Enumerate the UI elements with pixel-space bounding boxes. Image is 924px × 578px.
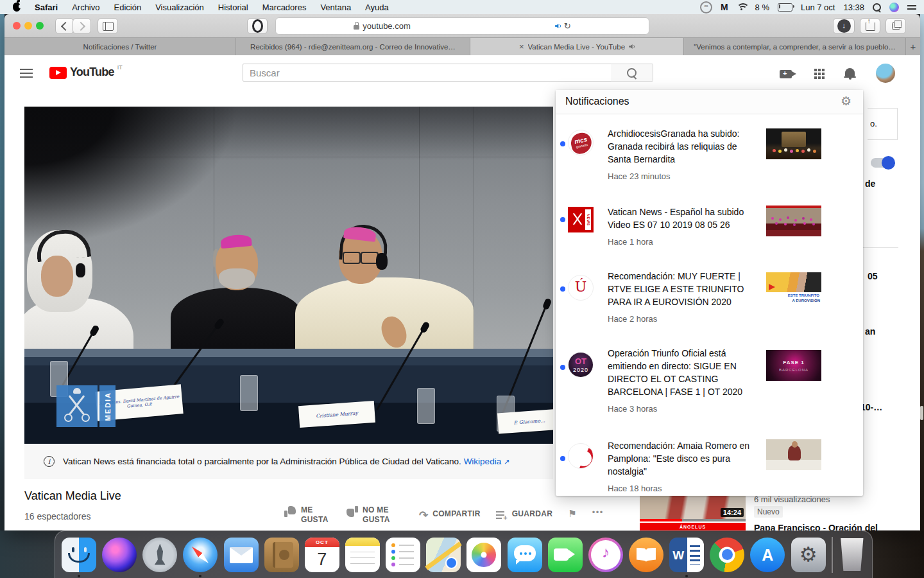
dock-appstore-icon[interactable]: A [750,538,785,572]
upnext-thumbnail-2[interactable]: ÁNGELUS [640,523,746,530]
back-button[interactable] [55,18,74,34]
like-button[interactable]: ME GUSTA [284,505,330,525]
youtube-logo[interactable]: YouTube IT [49,66,123,79]
battery-icon[interactable] [778,3,792,12]
channel-avatar-ultima-hora[interactable]: Ú [568,275,594,301]
dock-chrome-icon[interactable] [710,538,744,572]
apple-menu-icon[interactable] [13,3,21,12]
menu-app-name[interactable]: Safari [35,3,58,12]
dock-finder-icon[interactable] [62,538,96,572]
account-avatar[interactable] [876,64,895,83]
upnext-thumbnail[interactable]: 14:24 [640,496,746,521]
forward-button[interactable] [73,18,91,34]
dock-word-icon[interactable]: W [669,538,704,572]
tab-overview-button[interactable] [886,18,906,34]
tab-audio-icon[interactable] [629,44,635,49]
dock-launchpad-icon[interactable] [142,538,177,572]
upload-video-icon[interactable] [780,70,792,78]
youtube-header: YouTube IT [4,55,920,91]
malwarebytes-icon[interactable]: M [721,2,728,12]
wifi-icon[interactable] [737,3,747,11]
close-tab-icon[interactable]: × [519,42,524,51]
share-video-button[interactable]: ↷ COMPARTIR [419,509,481,522]
menu-visualizacion[interactable]: Visualización [155,3,204,12]
dock-notes-icon[interactable] [345,538,380,572]
search-input[interactable] [243,64,612,82]
search-button[interactable] [611,64,653,82]
tab-venimos[interactable]: "Venimos a contemplar, a comprender, a s… [684,38,906,55]
dock-books-icon[interactable] [629,538,663,572]
channel-avatar-vatican-news[interactable]: NEWS [568,207,594,232]
dock-safari-icon[interactable] [183,538,218,572]
angelus-strip: ÁNGELUS [640,523,746,530]
dock-facetime-icon[interactable] [548,538,583,572]
minimize-window-button[interactable] [24,22,32,30]
dock-maps-icon[interactable] [426,538,461,572]
unread-dot [560,286,565,292]
creative-cloud-icon[interactable]: ∞ [700,1,712,13]
guide-menu-icon[interactable] [20,69,33,78]
new-tab-button[interactable]: + [906,38,920,55]
notification-thumbnail[interactable]: FASE 1 BARCELONA [766,350,821,381]
menubar-date[interactable]: Lun 7 oct [801,3,835,12]
reload-icon[interactable]: ↻ [564,21,571,31]
dock-contacts-icon[interactable] [264,538,299,572]
share-button[interactable] [860,18,880,34]
dock-siri-icon[interactable] [102,538,137,572]
address-bar[interactable]: youtube.com ↻ [275,17,649,35]
apps-grid-icon[interactable] [814,69,817,71]
notification-thumbnail[interactable] [766,128,821,159]
dock-photos-icon[interactable] [466,538,501,572]
notification-center-icon[interactable] [907,5,916,10]
dock-trash-icon[interactable] [839,538,866,571]
notification-thumbnail[interactable] [766,206,821,236]
gear-icon[interactable]: ⚙ [841,94,851,109]
spotlight-icon[interactable] [873,3,881,12]
lock-icon [354,25,359,30]
more-actions-button[interactable]: ••• [592,505,604,517]
dock-reminders-icon[interactable] [386,538,420,572]
dock-itunes-icon[interactable]: ♪ [588,538,623,572]
dislike-button[interactable]: NO ME GUSTA [346,505,392,525]
menu-historial[interactable]: Historial [218,3,248,12]
new-badge: Nuevo [754,506,783,518]
youtube-play-icon [49,67,67,79]
dock-sysprefs-icon[interactable]: ⚙ [791,538,826,572]
page-audio-icon[interactable] [555,23,561,29]
tab-mail[interactable]: Recibidos (964) - rdie@zenitteam.org - C… [236,38,470,55]
battery-percent: 8 % [755,3,769,12]
menu-marcadores[interactable]: Marcadores [262,3,307,12]
close-window-button[interactable] [13,22,21,30]
downloads-button[interactable]: ↓ [833,18,855,34]
tab-twitter[interactable]: Notificaciones / Twitter [4,38,236,55]
menu-edicion[interactable]: Edición [114,3,142,12]
channel-avatar-mcs-granada[interactable]: mcsgranada [568,130,594,155]
dock-messages-icon[interactable] [508,538,542,572]
notification-thumbnail[interactable]: ESTE TRIUNFITO A EUROVISIÓN [766,272,821,303]
notification-thumbnail[interactable] [766,439,821,470]
upnext-title[interactable]: Papa Francisco - Oración del [754,523,908,530]
menu-archivo[interactable]: Archivo [72,3,99,12]
channel-avatar-ot-2020[interactable]: OT 2020 [568,352,594,378]
sidebar-toggle-button[interactable] [98,18,118,34]
video-player[interactable]: S.E. Mons. David Martínez de Aguirre Gui… [24,107,553,444]
save-button[interactable]: + GUARDAR [496,509,552,520]
zoom-window-button[interactable] [36,22,44,30]
duration-badge: 14:24 [721,508,744,517]
siri-icon[interactable] [889,3,899,12]
autoplay-toggle[interactable] [871,158,894,168]
dock-mail-icon[interactable] [224,538,259,572]
report-button[interactable]: ⚑ [568,507,576,520]
youtube-page: YouTube IT [4,55,920,530]
notifications-bell-icon[interactable] [845,68,855,76]
channel-avatar-navarra[interactable] [568,443,594,469]
extension-button[interactable] [247,18,268,34]
dock-calendar-icon[interactable]: OCT7 [305,538,339,572]
wikipedia-link[interactable]: Wikipedia [464,457,502,466]
tab-youtube-active[interactable]: × Vatican Media Live - YouTube [470,38,684,55]
thumb-up-icon [284,506,296,517]
menu-ventana[interactable]: Ventana [320,3,351,12]
notification-time: Hace 3 horas [608,404,750,414]
menu-ayuda[interactable]: Ayuda [365,3,389,12]
menubar-time[interactable]: 13:38 [843,3,864,12]
